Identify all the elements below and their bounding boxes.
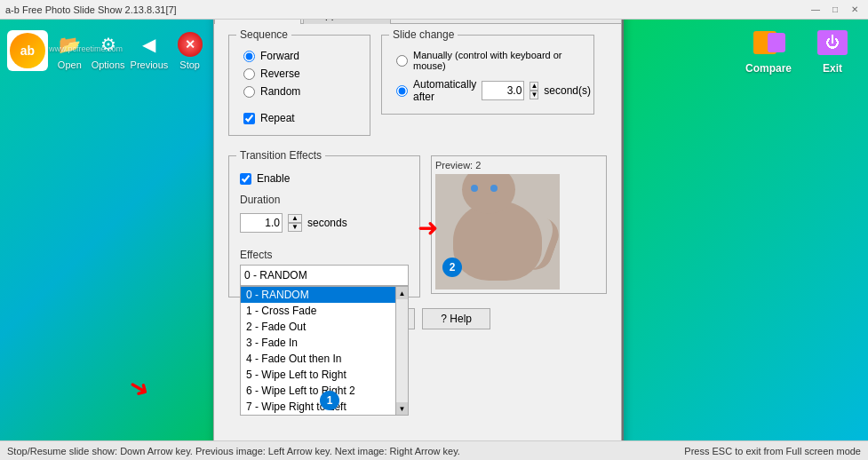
titlebar-controls: — □ ✕	[808, 2, 863, 18]
seconds2-label: seconds	[307, 217, 347, 229]
effects-wrapper: 0 - RANDOM 1 - Cross Fade 2 - Fade Out 3…	[240, 265, 409, 286]
transition-title: Transition Effects	[236, 149, 325, 162]
statusbar-left: Stop/Resume slide show: Down Arrow key. …	[7, 446, 460, 456]
manually-radio[interactable]	[396, 55, 408, 67]
forward-label: Forward	[260, 50, 299, 62]
duration-heading: Duration	[240, 194, 409, 206]
compare-icon	[750, 27, 787, 59]
watermark: www.pcfreetime.com	[49, 44, 123, 53]
close-button[interactable]: ✕	[847, 2, 863, 18]
enable-row: Enable	[240, 172, 409, 185]
stop-icon: ✕	[178, 32, 203, 57]
spinner-down[interactable]: ▼	[530, 91, 538, 99]
duration-spinner: ▲ ▼	[288, 214, 302, 232]
exit-button[interactable]: ⏻ Exit	[804, 26, 861, 75]
random-row: Random	[243, 85, 355, 98]
previous-icon: ◀	[136, 32, 163, 57]
arrow-right-icon: ➜	[418, 213, 438, 242]
cat-eye-left	[471, 185, 478, 192]
enable-checkbox[interactable]	[240, 173, 251, 185]
scroll-up[interactable]: ▲	[396, 287, 408, 299]
random-label: Random	[260, 85, 300, 98]
stop-label: Stop	[179, 59, 200, 70]
preview-title: Preview: 2	[435, 160, 602, 171]
maximize-button[interactable]: □	[827, 2, 843, 18]
auto-radio[interactable]	[396, 85, 408, 97]
compare-label: Compare	[745, 62, 792, 75]
sequence-title: Sequence	[236, 28, 291, 41]
spinner: ▲ ▼	[530, 82, 538, 99]
enable-label: Enable	[257, 172, 290, 185]
manually-label: Manually (control with keyboard or mouse…	[413, 50, 579, 71]
duration-up[interactable]: ▲	[288, 214, 302, 223]
preview-panel: Preview: 2 2	[431, 155, 607, 294]
dropdown-item[interactable]: 5 - Wipe Left to Right	[241, 367, 408, 383]
effects-heading: Effects	[240, 249, 409, 261]
preview-image: 2	[435, 174, 560, 289]
repeat-row: Repeat	[243, 112, 355, 124]
scroll-track	[396, 299, 408, 402]
manually-row: Manually (control with keyboard or mouse…	[396, 50, 579, 71]
exit-icon: ⏻	[814, 27, 851, 59]
dropdown-item[interactable]: 3 - Fade In	[241, 335, 408, 351]
dialog-body: Sequence Forward Reverse Random	[214, 24, 621, 340]
slide-change-group: Slide change Manually (control with keyb…	[381, 35, 594, 147]
slide-change-title: Slide change	[389, 28, 458, 41]
right-toolbar: Compare ⏻ Exit	[619, 20, 868, 82]
titlebar: a-b Free Photo Slide Show 2.13.8.31[7] —…	[0, 0, 868, 20]
reverse-row: Reverse	[243, 67, 355, 80]
slide-change-section: Slide change Manually (control with keyb…	[381, 35, 594, 115]
app-logo: ab	[7, 30, 48, 71]
center-divider	[622, 20, 624, 440]
exit-label: Exit	[823, 62, 842, 75]
dropdown-item[interactable]: 2 - Fade Out	[241, 319, 408, 335]
minimize-button[interactable]: —	[808, 2, 824, 18]
sequence-section: Sequence Forward Reverse Random	[228, 35, 370, 136]
left-toolbar: ab www.pcfreetime.com 📂 Open ⚙ Options ◀…	[0, 20, 213, 82]
reverse-radio[interactable]	[243, 68, 255, 80]
preview-col: Preview: 2 2	[431, 155, 607, 297]
transition-col: Transition Effects Enable Duration ▲ ▼	[228, 155, 420, 297]
help-button[interactable]: ? Help	[422, 308, 490, 329]
dropdown-scrollbar: ▲ ▼	[395, 287, 408, 415]
dropdown-item[interactable]: 0 - RANDOM	[241, 287, 408, 303]
random-radio[interactable]	[243, 86, 255, 98]
previous-label: Previous	[131, 59, 169, 70]
statusbar: Stop/Resume slide show: Down Arrow key. …	[0, 440, 868, 460]
forward-radio[interactable]	[243, 51, 255, 62]
transition-section: Transition Effects Enable Duration ▲ ▼	[228, 155, 420, 297]
badge-1: 1	[320, 391, 339, 410]
spinner-up[interactable]: ▲	[530, 82, 538, 91]
seconds-label: second(s)	[544, 84, 591, 97]
duration-input[interactable]	[240, 213, 283, 233]
options-label: Options	[92, 59, 125, 70]
forward-row: Forward	[243, 50, 355, 62]
reverse-label: Reverse	[260, 67, 300, 80]
statusbar-right: Press ESC to exit from Full screen mode	[684, 446, 861, 456]
dropdown-item[interactable]: 4 - Fade Out then In	[241, 351, 408, 367]
seconds-input[interactable]	[482, 81, 524, 100]
sequence-group: Sequence Forward Reverse Random	[228, 35, 370, 147]
titlebar-title: a-b Free Photo Slide Show 2.13.8.31[7]	[5, 4, 177, 15]
duration-row: ▲ ▼ seconds	[240, 213, 409, 233]
effects-select[interactable]: 0 - RANDOM 1 - Cross Fade 2 - Fade Out 3…	[240, 265, 409, 286]
auto-row: Automatically after ▲ ▼ second(s)	[396, 78, 579, 103]
scroll-down[interactable]: ▼	[396, 402, 408, 415]
compare-button[interactable]: Compare	[740, 26, 797, 75]
previous-button[interactable]: ◀ Previous	[131, 28, 169, 74]
auto-label: Automatically after	[413, 78, 476, 103]
repeat-label: Repeat	[260, 112, 295, 124]
cat-eye-right	[490, 185, 498, 192]
top-layout: Sequence Forward Reverse Random	[228, 35, 607, 147]
dropdown-item[interactable]: 1 - Cross Fade	[241, 303, 408, 319]
open-label: Open	[58, 59, 82, 70]
stop-button[interactable]: ✕ Stop	[173, 28, 206, 74]
preview-badge: 2	[442, 258, 462, 277]
repeat-checkbox[interactable]	[243, 113, 255, 124]
duration-down[interactable]: ▼	[288, 223, 302, 232]
